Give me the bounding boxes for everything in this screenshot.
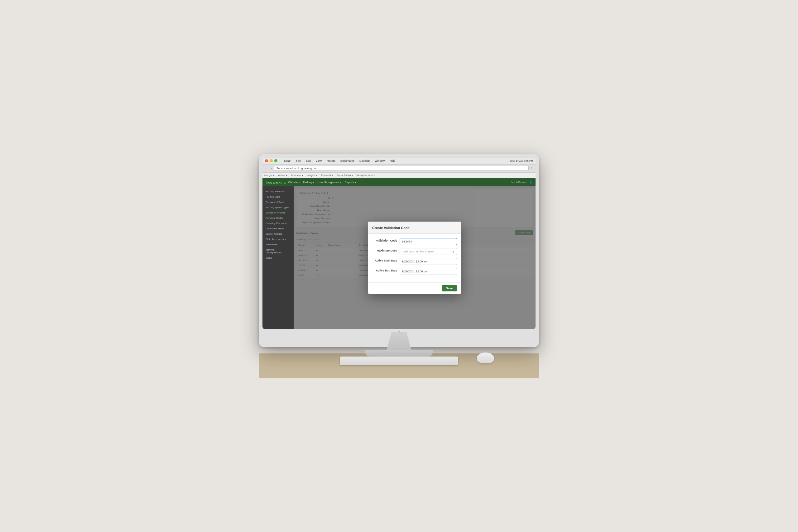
nav-reports[interactable]: Reports ▾	[345, 181, 356, 184]
mouse	[477, 353, 494, 363]
page-content: Parking Sessions Parking Lists Permanent…	[263, 186, 535, 329]
menu-file[interactable]: File	[297, 159, 301, 163]
menu-history[interactable]: History	[327, 159, 336, 163]
bookmark-personal[interactable]: Personal ▾	[321, 174, 333, 177]
nav-website[interactable]: Website ▾	[288, 181, 300, 184]
menu-window[interactable]: Window	[375, 159, 385, 163]
start-date-input[interactable]	[400, 258, 457, 265]
browser-toolbar: ‹ › Secure — admin.frogparking.com ↻	[263, 165, 535, 173]
minimize-button[interactable]	[270, 159, 273, 163]
sidebar-item-parking-space[interactable]: Parking Space Types	[263, 205, 293, 210]
menu-bookmarks[interactable]: Bookmarks	[340, 159, 355, 163]
menu-edit[interactable]: Edit	[306, 159, 311, 163]
browser-titlebar: Safari File Edit View History Bookmarks …	[263, 158, 535, 165]
reload-icon[interactable]: ↻	[531, 167, 534, 170]
validation-code-input[interactable]	[400, 238, 457, 245]
browser-menu: Safari File Edit View History Bookmarks …	[284, 159, 396, 163]
max-uses-placeholder: maximum number of uses	[402, 250, 434, 253]
app-logo: frog parking	[266, 180, 286, 184]
user-icon[interactable]: 👤	[529, 181, 532, 184]
close-button[interactable]	[265, 159, 268, 163]
sidebar-item-controlled[interactable]: Controlled Areas	[263, 226, 293, 231]
spinner-up-icon[interactable]: ▲	[452, 250, 455, 253]
maximize-button[interactable]	[274, 159, 278, 163]
sidebar-item-signs[interactable]: Signs	[263, 255, 293, 261]
form-group-start-date: Active Start Date	[372, 258, 457, 265]
max-uses-label: Maximum Uses	[372, 248, 397, 252]
end-date-label: Active End Date	[372, 268, 397, 272]
keyboard	[340, 357, 458, 365]
end-date-input[interactable]	[400, 268, 457, 275]
bookmark-business[interactable]: Business ▾	[291, 174, 303, 177]
form-group-end-date: Active End Date	[372, 268, 457, 275]
sidebar-item-overstay[interactable]: Overstay Discounts	[263, 221, 293, 226]
sidebar-item-removal-codes[interactable]: Removal Codes	[263, 215, 293, 221]
screen-bezel: Safari File Edit View History Bookmarks …	[263, 158, 535, 329]
nav-user-management[interactable]: User Management ▾	[317, 181, 341, 184]
url-text: Secure — admin.frogparking.com	[276, 167, 318, 170]
menu-view[interactable]: View	[316, 159, 322, 163]
modal-title: Create Validation Code	[372, 226, 410, 230]
form-group-max-uses: Maximum Uses maximum number of uses ▲	[372, 248, 457, 255]
menu-safari[interactable]: Safari	[284, 159, 291, 163]
sidebar-item-parking-lists[interactable]: Parking Lists	[263, 194, 293, 200]
create-validation-modal: Create Validation Code Validation Code	[368, 222, 461, 294]
bookmark-adobe[interactable]: Adobe ▾	[278, 174, 287, 177]
bookmark-google[interactable]: Google ▾	[264, 174, 274, 177]
bookmarks-bar: Google ▾ Adobe ▾ Business ▾ Insights ▾ P…	[263, 173, 535, 178]
bookmark-ready[interactable]: Ready for later ▾	[357, 174, 375, 177]
sidebar-item-cluster[interactable]: Cluster Groups	[263, 231, 293, 236]
app-nav: Website ▾ Parking ▾ User Management ▾ Re…	[288, 181, 356, 184]
start-date-label: Active Start Date	[372, 258, 397, 262]
app-header-right: Jacob Browne 👤	[511, 181, 532, 184]
scene: Safari File Edit View History Bookmarks …	[259, 154, 539, 378]
validation-code-label: Validation Code	[372, 238, 397, 242]
sidebar-item-parking-sessions[interactable]: Parking Sessions	[263, 189, 293, 194]
sidebar: Parking Sessions Parking Lists Permanent…	[263, 186, 293, 329]
main-area: Validation Profile Detail Id 1 Name	[293, 186, 535, 329]
modal-body: Validation Code Maximum Uses maximum num…	[368, 234, 461, 282]
imac-frame: Safari File Edit View History Bookmarks …	[259, 154, 539, 347]
form-group-validation-code: Validation Code	[372, 238, 457, 245]
modal-header: Create Validation Code	[368, 222, 461, 234]
sidebar-item-validation-profiles[interactable]: Validation Profiles	[263, 210, 293, 215]
menu-help[interactable]: Help	[390, 159, 396, 163]
nav-parking[interactable]: Parking ▾	[303, 181, 314, 184]
system-time: Wed 17 Apr 3:45 PM	[510, 159, 533, 163]
bookmark-insights[interactable]: Insights ▾	[307, 174, 317, 177]
sidebar-item-timetables[interactable]: Timetables	[263, 242, 293, 247]
sidebar-item-terminal[interactable]: Terminal Configurations	[263, 247, 293, 255]
menu-develop[interactable]: Develop	[359, 159, 370, 163]
sidebar-item-plate[interactable]: Plate Access Lists	[263, 236, 293, 242]
modal-footer: Save	[368, 282, 461, 294]
browser-window: Safari File Edit View History Bookmarks …	[263, 158, 535, 329]
app-header: frog parking Website ▾ Parking ▾ User Ma…	[263, 178, 535, 186]
user-name: Jacob Browne	[511, 181, 527, 184]
url-bar[interactable]: Secure — admin.frogparking.com	[274, 166, 529, 171]
imac-stand-base	[365, 350, 433, 357]
bookmark-social[interactable]: Social Media ▾	[337, 174, 353, 177]
sidebar-item-permanent-bays[interactable]: Permanent Bays	[263, 200, 293, 205]
forward-button[interactable]: ›	[269, 166, 273, 171]
back-button[interactable]: ‹	[264, 166, 268, 171]
max-uses-input[interactable]: maximum number of uses ▲	[400, 248, 457, 255]
save-button[interactable]: Save	[442, 285, 457, 291]
